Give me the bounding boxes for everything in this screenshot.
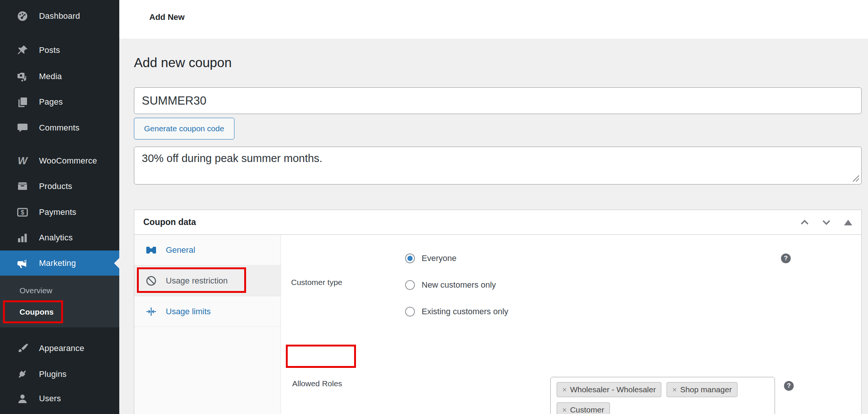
help-icon[interactable]: ? [784, 381, 794, 391]
radio-selected[interactable] [405, 254, 415, 263]
top-bar: Add New [119, 0, 868, 39]
breadcrumb-add-new: Add New [149, 0, 185, 34]
allowed-roles-multiselect[interactable]: × Wholesaler - Wholesaler × Shop manager… [550, 377, 775, 414]
payments-card-icon: $ [16, 206, 29, 219]
sidebar-item-payments[interactable]: $ Payments [0, 201, 119, 223]
allowed-roles-label: Allowed Roles [292, 379, 342, 388]
woocommerce-icon: W [16, 154, 29, 168]
sidebar-item-media[interactable]: Media [0, 66, 119, 87]
admin-sidebar: Dashboard Posts Media Pages Comments [0, 0, 119, 414]
megaphone-icon [16, 256, 29, 270]
sidebar-item-label: Dashboard [39, 11, 80, 21]
role-tag: × Shop manager [667, 382, 737, 397]
sidebar-item-label: Payments [39, 207, 76, 217]
wordpress-admin-screen: Dashboard Posts Media Pages Comments [0, 0, 868, 414]
remove-tag-icon[interactable]: × [672, 386, 677, 394]
marketing-submenu: Overview Coupons [0, 276, 119, 327]
coupon-data-panel: Coupon data General [134, 210, 862, 414]
tab-label: Usage restriction [166, 276, 228, 286]
sidebar-item-comments[interactable]: Comments [0, 117, 119, 139]
dashboard-icon [16, 9, 29, 23]
ticket-icon [146, 244, 157, 256]
radio-unselected[interactable] [405, 280, 415, 290]
sidebar-item-label: Marketing [39, 258, 76, 268]
submenu-item-label: Overview [20, 286, 53, 295]
brush-icon [16, 342, 29, 355]
sidebar-item-label: Users [39, 394, 61, 404]
sidebar-item-label: WooCommerce [39, 156, 97, 166]
coupon-data-title: Coupon data [143, 217, 196, 227]
sidebar-item-label: Comments [39, 123, 80, 133]
radio-unselected[interactable] [405, 307, 415, 316]
tag-label: Wholesaler - Wholesaler [570, 385, 656, 394]
coupon-data-header[interactable]: Coupon data [134, 210, 861, 235]
camera-icon [16, 70, 29, 83]
tab-usage-restriction[interactable]: Usage restriction [134, 266, 281, 296]
coupon-description-textarea[interactable]: 30% off during peak summer months. [134, 147, 862, 184]
role-tag: × Customer [557, 402, 610, 414]
sidebar-item-woocommerce[interactable]: W WooCommerce [0, 150, 119, 172]
role-tag: × Wholesaler - Wholesaler [557, 382, 661, 397]
pushpin-icon [16, 44, 29, 57]
toggle-panel-icon[interactable] [843, 218, 853, 227]
help-icon[interactable]: ? [781, 254, 791, 263]
sidebar-item-label: Plugins [39, 369, 67, 379]
sidebar-item-appearance[interactable]: Appearance [0, 338, 119, 359]
sidebar-item-analytics[interactable]: Analytics [0, 227, 119, 249]
pages-icon [16, 95, 29, 109]
tab-label: Usage limits [166, 307, 211, 316]
tab-usage-limits[interactable]: Usage limits [134, 296, 281, 327]
sidebar-item-plugins[interactable]: Plugins [0, 363, 119, 385]
sidebar-item-pages[interactable]: Pages [0, 91, 119, 113]
remove-tag-icon[interactable]: × [562, 386, 567, 394]
sidebar-item-label: Media [39, 72, 62, 81]
sidebar-item-label: Analytics [39, 233, 73, 243]
radio-option-everyone[interactable]: Everyone [405, 254, 457, 263]
page-title: Add new coupon [134, 55, 232, 70]
compress-arrows-icon [146, 306, 157, 317]
tag-label: Customer [570, 405, 604, 414]
usage-restriction-content: Customer type Everyone New customers onl… [281, 235, 861, 414]
coupon-data-tabs: General Usage restriction Usage limits [134, 235, 281, 414]
tab-general[interactable]: General [134, 235, 281, 266]
move-down-icon[interactable] [821, 218, 831, 227]
sidebar-item-dashboard[interactable]: Dashboard [0, 5, 119, 27]
sidebar-subitem-coupons[interactable]: Coupons [0, 303, 119, 321]
no-entry-icon [146, 275, 157, 286]
tag-label: Shop manager [680, 385, 732, 394]
comment-bubble-icon [16, 121, 29, 135]
tab-label: General [166, 245, 195, 255]
sidebar-item-marketing[interactable]: Marketing [0, 250, 119, 276]
bar-chart-icon [16, 231, 29, 244]
radio-option-existing-customers[interactable]: Existing customers only [405, 307, 508, 316]
generate-coupon-code-button[interactable]: Generate coupon code [134, 118, 234, 140]
panel-controls [800, 210, 853, 235]
sidebar-item-products[interactable]: Products [0, 176, 119, 197]
sidebar-item-posts[interactable]: Posts [0, 39, 119, 61]
svg-text:$: $ [21, 209, 24, 216]
move-up-icon[interactable] [800, 218, 809, 227]
sidebar-item-label: Products [39, 182, 72, 191]
radio-option-new-customers[interactable]: New customers only [405, 280, 496, 290]
sidebar-item-label: Posts [39, 45, 60, 55]
user-icon [16, 392, 29, 405]
customer-type-label: Customer type [291, 278, 342, 287]
remove-tag-icon[interactable]: × [562, 406, 567, 414]
sidebar-item-users[interactable]: Users [0, 388, 119, 410]
sidebar-item-label: Pages [39, 97, 63, 107]
submenu-item-label: Coupons [20, 308, 54, 316]
sidebar-subitem-overview[interactable]: Overview [0, 282, 119, 299]
product-box-icon [16, 180, 29, 193]
coupon-code-input[interactable] [134, 87, 862, 114]
plug-icon [16, 368, 29, 381]
sidebar-item-label: Appearance [39, 344, 84, 353]
